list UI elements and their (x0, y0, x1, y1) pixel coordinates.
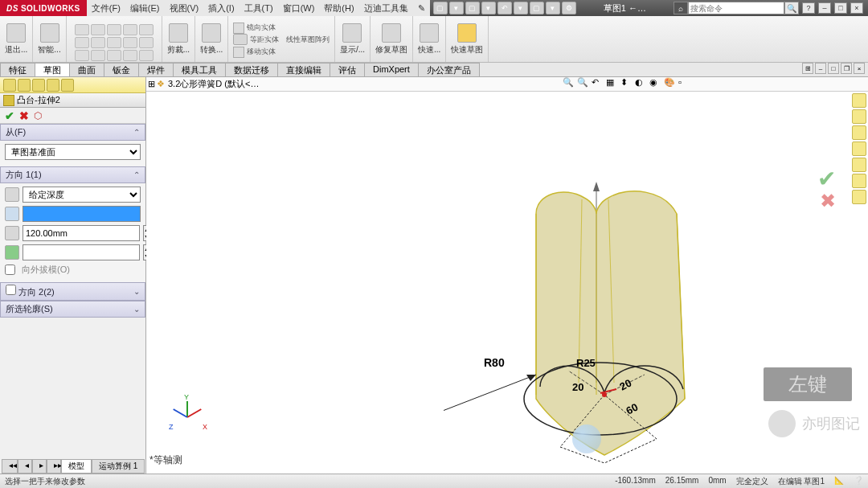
tab-model[interactable]: 模型 (61, 459, 92, 474)
tab-nav-next[interactable]: ▸▸ (47, 459, 61, 474)
ribbon-display[interactable]: 显示/... (335, 16, 371, 62)
menu-file[interactable]: 文件(F) (87, 2, 125, 14)
close-icon[interactable]: × (850, 2, 863, 14)
circle-icon[interactable] (107, 24, 121, 35)
tree-expand-icon[interactable]: ⊞ (148, 79, 155, 89)
linear-pattern-label[interactable]: 线性草图阵列 (286, 35, 330, 45)
section-from[interactable]: 从(F)⌃ (0, 124, 145, 141)
tab-dimxpert[interactable]: DimXpert (364, 63, 419, 76)
reverse-dir-icon[interactable] (5, 187, 19, 202)
forum-icon[interactable] (852, 190, 866, 204)
design-lib-icon[interactable] (852, 109, 866, 124)
confirm-corner-ok[interactable]: ✔ (817, 166, 836, 192)
search-go-icon[interactable]: 🔍 (784, 2, 799, 14)
doc-max-icon[interactable]: □ (828, 63, 839, 74)
minimize-icon[interactable]: – (818, 2, 831, 14)
search-input[interactable] (688, 2, 784, 14)
depth-input[interactable] (23, 225, 140, 241)
config-icon[interactable] (32, 79, 45, 92)
ok-button[interactable]: ✔ (5, 109, 14, 122)
hide-show-icon[interactable]: ◉ (649, 77, 662, 90)
ribbon-repair[interactable]: 修复草图 (371, 16, 413, 62)
qat-options-icon[interactable]: ⚙ (562, 2, 576, 14)
tab-sheetmetal[interactable]: 钣金 (104, 63, 139, 76)
point-icon[interactable] (75, 50, 89, 61)
direction-vector-field[interactable] (23, 206, 141, 222)
tab-data[interactable]: 数据迁移 (225, 63, 278, 76)
menu-maidi[interactable]: 迈迪工具集 (359, 2, 413, 14)
menu-help[interactable]: 帮助(H) (319, 2, 358, 14)
menu-edit[interactable]: 编辑(E) (125, 2, 165, 14)
zoom-fit-icon[interactable]: 🔍 (563, 77, 575, 90)
view-palette-icon[interactable] (852, 141, 866, 156)
spline-icon[interactable] (139, 24, 154, 35)
zoom-area-icon[interactable]: 🔍 (577, 77, 590, 90)
dim-icon[interactable] (47, 79, 59, 92)
help-icon[interactable]: ? (802, 2, 815, 14)
tab-weldment[interactable]: 焊件 (138, 63, 174, 76)
section-view-icon[interactable]: ▦ (606, 77, 619, 90)
qat-print-icon[interactable]: ▾ (481, 2, 496, 14)
rect-icon[interactable] (91, 24, 105, 35)
qat-redo-icon[interactable]: ▾ (514, 2, 528, 14)
slot-icon[interactable] (75, 37, 89, 48)
section-dir1[interactable]: 方向 1(1)⌃ (0, 166, 145, 183)
qat-save-icon[interactable]: ▢ (465, 2, 480, 14)
ribbon-trim[interactable]: 剪裁... (162, 16, 195, 62)
prev-view-icon[interactable]: ↶ (592, 77, 604, 90)
line-icon[interactable] (75, 24, 89, 35)
tab-nav-prev[interactable]: ◂◂ (2, 459, 18, 474)
resources-icon[interactable] (852, 93, 866, 108)
doc-opts-icon[interactable]: ⊞ (802, 63, 813, 74)
tab-office[interactable]: 办公室产品 (418, 63, 480, 76)
draft-input[interactable] (23, 244, 140, 260)
ellipse-icon[interactable] (107, 37, 121, 48)
menu-insert[interactable]: 插入(I) (203, 2, 239, 14)
direction-vector-icon[interactable] (5, 207, 19, 221)
view-triad[interactable]: Y X Z (170, 397, 211, 437)
tab-mold[interactable]: 模具工具 (173, 63, 226, 76)
more-icon[interactable] (139, 50, 154, 61)
search-icon[interactable]: ⌕ (674, 2, 688, 14)
cancel-button[interactable]: ✖ (19, 109, 29, 122)
poly-icon[interactable] (91, 37, 105, 48)
confirm-corner-cancel[interactable]: ✖ (820, 190, 836, 212)
ribbon-smart-dim[interactable]: 智能... (33, 16, 66, 62)
ribbon-quick[interactable]: 快速... (413, 16, 446, 62)
dir2-checkbox[interactable] (6, 285, 16, 295)
end-condition-select[interactable]: 给定深度 (23, 187, 141, 203)
from-plane-select[interactable]: 草图基准面 (5, 144, 141, 160)
menu-view[interactable]: 视图(V) (165, 2, 204, 14)
qat-select-icon[interactable]: ▢ (530, 2, 544, 14)
ribbon-exit-sketch[interactable]: 退出... (0, 16, 33, 62)
move-label[interactable]: 移动实体 (247, 47, 276, 57)
graphics-viewport[interactable]: ⊞ ❖ 3.2心形弹簧D (默认<… 🔍 🔍 ↶ ▦ ⬍ ◐ ◉ 🎨 ▫ ✔ ✖ (146, 77, 868, 474)
tab-surface[interactable]: 曲面 (69, 63, 104, 76)
view-orient-icon[interactable]: ⬍ (620, 77, 633, 90)
feature-tree-icon[interactable] (3, 79, 16, 92)
qat-rebuild-icon[interactable]: ▾ (546, 2, 560, 14)
qat-new-icon[interactable]: ▢ (433, 2, 448, 14)
tab-nav-prev1[interactable]: ◂ (18, 459, 32, 474)
detailed-preview-icon[interactable]: ⬡ (34, 110, 42, 121)
property-icon[interactable] (18, 79, 31, 92)
scene-icon[interactable]: ▫ (678, 77, 691, 90)
ribbon-quick-sketch[interactable]: 快速草图 (446, 16, 489, 62)
section-dir2[interactable]: 方向 2(2)⌄ (0, 282, 145, 301)
chamfer-icon[interactable] (123, 50, 137, 61)
file-explorer-icon[interactable] (852, 125, 866, 140)
menu-tools[interactable]: 工具(T) (240, 2, 278, 14)
menu-window[interactable]: 窗口(W) (278, 2, 320, 14)
tab-evaluate[interactable]: 评估 (330, 63, 365, 76)
tab-motion-study[interactable]: 运动算例 1 (92, 459, 145, 474)
breadcrumb[interactable]: 3.2心形弹簧D (默认<… (168, 78, 259, 90)
status-unit-icon[interactable]: 📐 (834, 476, 844, 487)
custom-props-icon[interactable] (852, 174, 866, 188)
tab-features[interactable]: 特征 (0, 63, 35, 76)
draft-outward-checkbox[interactable] (5, 265, 15, 275)
arc-icon[interactable] (123, 24, 137, 35)
display-icon[interactable] (61, 79, 74, 92)
mirror-label[interactable]: 镜向实体 (247, 23, 276, 33)
section-contour[interactable]: 所选轮廓(S)⌄ (0, 301, 145, 318)
fillet-icon[interactable] (123, 37, 137, 48)
